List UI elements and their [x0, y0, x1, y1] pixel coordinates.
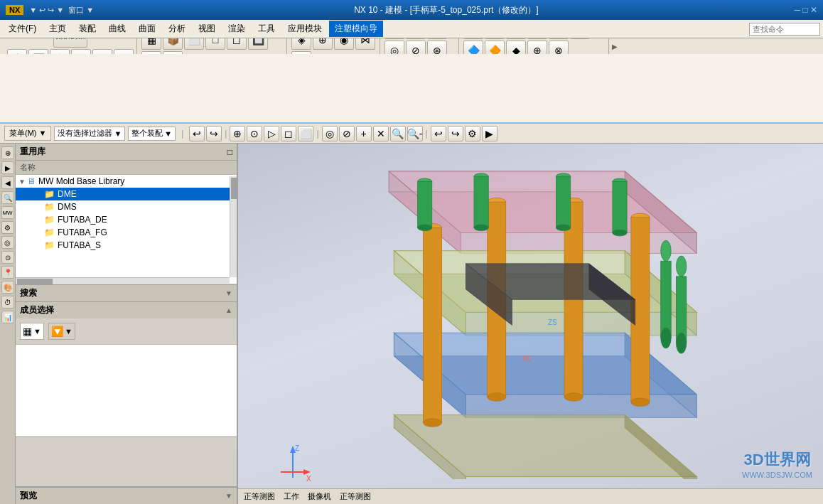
mold-btn-5[interactable]: 📏	[549, 38, 569, 39]
part-btn-8[interactable]: ⋈	[355, 38, 375, 50]
strip-icon-3[interactable]: ◀	[1, 176, 14, 189]
menu-render[interactable]: 渲染	[222, 21, 251, 37]
tb-btn-17[interactable]: ▶	[482, 126, 497, 141]
menu-file[interactable]: 文件(F)	[3, 21, 42, 37]
search-header[interactable]: 搜索 ▼	[16, 285, 237, 301]
cool-btn-5[interactable]: ⊘	[406, 41, 426, 54]
tb-btn-13[interactable]: 🔍-	[407, 126, 423, 141]
mold-btn-6[interactable]: 📐	[570, 38, 590, 39]
tb-btn-6[interactable]: ◻	[281, 126, 296, 141]
mold-btn-9[interactable]: ◆	[506, 41, 526, 54]
menu-analysis[interactable]: 分析	[163, 21, 191, 37]
tree-hscroll[interactable]	[16, 277, 230, 284]
tree-hscroll-thumb[interactable]	[17, 279, 53, 284]
mold-btn-11[interactable]: ⊗	[549, 41, 569, 54]
main-btn-8[interactable]: 📦	[163, 38, 183, 50]
mold-btn-1[interactable]: 🔧	[463, 38, 483, 39]
strip-icon-9[interactable]: 📍	[1, 266, 14, 279]
tree-item-dme[interactable]: 📁 DME	[16, 188, 237, 200]
ribbon-btn-4[interactable]: 🔸	[71, 49, 91, 54]
ribbon-btn-6[interactable]: ▷	[114, 49, 134, 54]
tree-item-dms[interactable]: 📁 DMS	[16, 200, 237, 213]
tb-btn-4[interactable]: ⊙	[247, 126, 262, 141]
mold-btn-7[interactable]: 🔷	[463, 41, 483, 54]
view-mode-1: 正等测图	[244, 491, 275, 502]
menu-assembly[interactable]: 装配	[73, 21, 102, 37]
strip-icon-11[interactable]: ⏱	[1, 296, 14, 309]
strip-icon-4[interactable]: 🔍	[1, 191, 14, 204]
menu-surface[interactable]: 曲面	[133, 21, 161, 37]
menu-view[interactable]: 视图	[193, 21, 221, 37]
tb-btn-12[interactable]: 🔍	[390, 126, 406, 141]
tree-item-futaba-de[interactable]: 📁 FUTABA_DE	[16, 213, 237, 226]
tb-btn-14[interactable]: ↩	[431, 126, 446, 141]
tb-btn-1[interactable]: ↩	[189, 126, 205, 141]
tb-btn-15[interactable]: ↪	[448, 126, 463, 141]
cool-btn-4[interactable]: ◎	[384, 41, 404, 54]
command-search-input[interactable]	[749, 23, 820, 36]
part-btn-9[interactable]: ⊘	[291, 51, 311, 54]
part-btn-7[interactable]: ◉	[334, 38, 354, 50]
main-btn-11[interactable]: ◻	[227, 38, 247, 50]
strip-icon-2[interactable]: ▶	[1, 161, 14, 174]
strip-icon-6[interactable]: ⚙	[1, 221, 14, 234]
member-type-dropdown[interactable]: ▦ ▼	[20, 323, 44, 340]
mold-btn-8[interactable]: 🔶	[485, 41, 505, 54]
menu-btn[interactable]: 菜单(M) ▼	[4, 126, 51, 141]
tb-btn-8[interactable]: ◎	[322, 126, 338, 141]
member-filter-dropdown[interactable]: 🔽 ▼	[48, 323, 75, 340]
strip-icon-7[interactable]: ◎	[1, 236, 14, 249]
cool-btn-1[interactable]: 💧	[384, 38, 404, 39]
strip-icon-1[interactable]: ⊕	[1, 146, 14, 159]
tb-btn-11[interactable]: ✕	[373, 126, 389, 141]
assembly-dropdown[interactable]: 整个装配 ▼	[128, 127, 176, 141]
menu-tools[interactable]: 工具	[252, 21, 281, 37]
ribbon-more[interactable]: ▶	[610, 41, 619, 52]
part-btn-6[interactable]: ⊕	[313, 38, 333, 50]
strip-icon-5[interactable]: MW	[1, 206, 14, 219]
main-btn-13[interactable]: ⊕	[141, 51, 161, 54]
strip-icon-12[interactable]: 📊	[1, 311, 14, 323]
strip-icon-10[interactable]: 🎨	[1, 281, 14, 294]
menu-home[interactable]: 主页	[43, 21, 72, 37]
mold-btn-4[interactable]: 📌	[527, 38, 547, 39]
filter-dropdown[interactable]: 没有选择过滤器 ▼	[54, 127, 125, 141]
strip-icon-8[interactable]: ⊙	[1, 251, 14, 264]
preview-header[interactable]: 预览 ▼	[16, 487, 237, 504]
viewport[interactable]: ZS XC Z X 正等测图 工作 摄像机 正等测图 3D世界网	[238, 144, 823, 504]
tree-root[interactable]: ▼ 🖥 MW Mold Base Library	[16, 175, 237, 188]
main-btn-10[interactable]: □	[205, 38, 225, 50]
mold-btn-2[interactable]: ⚙	[485, 38, 505, 39]
main-btn-14[interactable]: ⊗	[163, 51, 183, 54]
menu-appmodule[interactable]: 应用模块	[282, 21, 328, 37]
cool-btn-2[interactable]: 🔩	[406, 38, 426, 39]
tb-btn-2[interactable]: ↪	[206, 126, 222, 141]
tb-btn-7[interactable]: ⬜	[298, 126, 313, 141]
member-header[interactable]: 成员选择 ▲	[16, 302, 237, 318]
tb-btn-5[interactable]: ▷	[264, 126, 279, 141]
ribbon-btn-2[interactable]: ⬛	[28, 49, 48, 54]
mold-btn-10[interactable]: ⊕	[527, 41, 547, 54]
tb-btn-9[interactable]: ⊘	[339, 126, 355, 141]
cool-btn-3[interactable]: ⊙	[427, 38, 447, 39]
tree-vscroll-thumb[interactable]	[231, 178, 237, 199]
main-btn-7[interactable]: ▦	[141, 38, 161, 50]
tree-item-futaba-s[interactable]: 📁 FUTABA_S	[16, 239, 237, 252]
tb-btn-3[interactable]: ⊕	[230, 126, 245, 141]
reuse-library-close[interactable]: □	[227, 147, 232, 157]
ribbon-btn-3[interactable]: 🔶	[50, 49, 70, 54]
mold-btn-3[interactable]: 🔩	[506, 38, 526, 39]
cool-btn-6[interactable]: ⊛	[427, 41, 447, 54]
tb-btn-16[interactable]: ⚙	[465, 126, 480, 141]
ribbon-btn-5[interactable]: ◆	[92, 49, 112, 54]
tree-vscroll[interactable]	[230, 176, 237, 277]
part-btn-5[interactable]: ◈	[291, 38, 311, 50]
tb-btn-10[interactable]: +	[356, 126, 372, 141]
ribbon-btn-1[interactable]: 🔷	[7, 49, 27, 54]
main-btn-12[interactable]: 🔲	[248, 38, 268, 50]
main-btn-9[interactable]: ⬜	[184, 38, 204, 50]
menu-curve[interactable]: 曲线	[103, 21, 131, 37]
init-project-btn[interactable]: 🏗 初始化项目	[53, 38, 87, 48]
tree-item-futaba-fg[interactable]: 📁 FUTABA_FG	[16, 226, 237, 239]
menu-moldwizard[interactable]: 注塑模向导	[329, 21, 383, 37]
